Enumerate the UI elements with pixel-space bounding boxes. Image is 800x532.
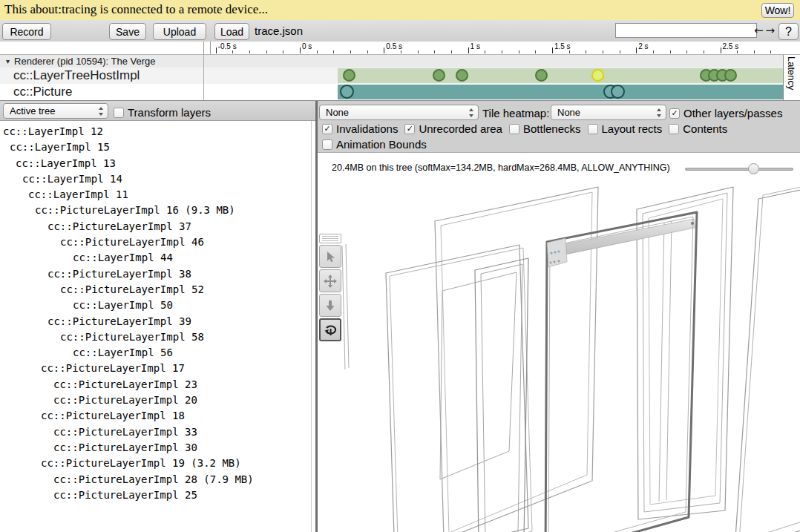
event-dot[interactable]	[535, 69, 548, 82]
layer-tree-item[interactable]: cc::PictureLayerImpl 16 (9.3 MB)	[0, 203, 311, 218]
tile-heatmap-select-value: None	[557, 107, 580, 118]
checkbox-label: Bottlenecks	[523, 122, 581, 135]
search-input[interactable]	[615, 23, 757, 38]
save-button[interactable]: Save	[109, 23, 146, 40]
tree-type-select-value: Active tree	[10, 105, 55, 116]
checkbox-other-layers-passes[interactable]: ✓Other layers/passes	[669, 107, 782, 119]
overlay-select[interactable]: None	[319, 105, 479, 120]
layer-tree-item[interactable]: cc::PictureLayerImpl 37	[0, 219, 311, 234]
layer-tree-item[interactable]: cc::PictureLayerImpl 17	[0, 361, 311, 376]
ruler-tick	[569, 50, 570, 53]
event-dot[interactable]	[456, 69, 468, 82]
ruler-tick	[586, 50, 586, 53]
memory-slider[interactable]	[685, 163, 793, 175]
zoom-tool-button[interactable]	[319, 294, 341, 317]
checkbox-box[interactable]: ✓	[322, 124, 332, 134]
layer-tree-item[interactable]: cc::PictureLayerImpl 20	[0, 393, 311, 408]
layer-tree-item[interactable]: cc::PictureLayerImpl 33	[0, 424, 311, 440]
memory-slider-track[interactable]	[685, 168, 793, 171]
ruler-tick	[502, 50, 502, 53]
wow-button[interactable]: Wow!	[761, 3, 794, 18]
tile-heatmap-select[interactable]: None	[551, 105, 666, 120]
checkbox-unrecorded-area[interactable]: ✓Unrecorded area	[404, 122, 502, 135]
layer-view-canvas[interactable]: 20.4MB on this tree (softMax=134.2MB, ha…	[318, 153, 800, 532]
checkbox-contents[interactable]: Contents	[669, 122, 727, 135]
move-arrows-icon	[323, 274, 338, 289]
checkbox-layout-rects[interactable]: Layout rects	[588, 122, 663, 135]
checkbox-box[interactable]: ✓	[404, 124, 415, 134]
ruler-tick-label: 1 s	[471, 42, 480, 50]
help-button[interactable]: ?	[778, 23, 799, 40]
record-button[interactable]: Record	[2, 23, 51, 40]
palette-grip-handle[interactable]	[319, 234, 341, 243]
layer-tree-item[interactable]: cc::PictureLayerImpl 28 (7.9 MB)	[0, 472, 311, 487]
trace-viewer-app: { "banner": { "message": "This about:tra…	[0, 0, 800, 532]
checkbox-transform-layers[interactable]: Transform layers	[114, 106, 211, 119]
ruler-tick	[333, 50, 334, 53]
layer-wireframe-3d	[318, 153, 800, 532]
layer-tree-item[interactable]: cc::PictureLayerImpl 39	[0, 314, 311, 329]
find-previous-icon[interactable]: ←	[754, 24, 764, 37]
layer-tree-item[interactable]: cc::PictureLayerImpl 18	[0, 408, 311, 424]
latency-track-header[interactable]: Latency	[783, 55, 800, 100]
checkbox-box[interactable]	[114, 108, 124, 118]
layer-tree-item[interactable]: cc::PictureLayerImpl 38	[0, 266, 311, 282]
layer-tree-item[interactable]: cc::PictureLayerImpl 30	[0, 440, 311, 456]
layer-tree-item[interactable]: cc::PictureLayerImpl 58	[0, 329, 311, 345]
ruler-tick-label: -0.5 s	[218, 42, 237, 50]
pan-tool-button[interactable]	[319, 269, 341, 292]
layer-tree-item[interactable]: cc::LayerImpl 11	[0, 187, 311, 203]
checkbox-bottlenecks[interactable]: Bottlenecks	[509, 122, 581, 135]
ruler-tick	[552, 47, 553, 53]
layer-tree-item[interactable]: cc::PictureLayerImpl 19 (3.2 MB)	[0, 456, 311, 471]
timeline-ruler[interactable]: -0.5 s0 s0.5 s1 s1.5 s2 s2.5 s	[0, 42, 800, 54]
ruler-tick	[249, 50, 250, 53]
picture-event-band[interactable]	[338, 85, 783, 99]
arrow-down-icon	[324, 299, 337, 312]
picture-event-circle[interactable]	[611, 85, 625, 99]
checkbox-box[interactable]	[669, 124, 679, 134]
ruler-tick	[283, 50, 283, 53]
checkbox-animation-bounds[interactable]: Animation Bounds	[322, 138, 427, 151]
event-dot[interactable]	[433, 69, 445, 82]
tree-type-select[interactable]: Active tree	[3, 103, 108, 119]
ruler-tick-label: 0 s	[302, 42, 312, 50]
collapse-triangle-icon[interactable]: ▾	[6, 57, 10, 65]
process-group-header[interactable]: ▾ Renderer (pid 10594): The Verge	[0, 54, 800, 68]
select-tool-button[interactable]	[319, 245, 341, 268]
checkbox-box[interactable]	[509, 124, 519, 134]
checkbox-invalidations[interactable]: ✓Invalidations	[322, 122, 398, 135]
ruler-tick	[434, 50, 435, 53]
find-next-icon[interactable]: →	[766, 24, 776, 37]
track-picture-row[interactable]: cc::Picture	[0, 84, 800, 100]
memory-slider-thumb[interactable]	[748, 163, 759, 174]
layer-tree-item[interactable]: cc::PictureLayerImpl 23	[0, 377, 311, 393]
tile-heatmap-label: Tile heatmap:	[482, 107, 549, 119]
layer-tree[interactable]: cc::LayerImpl 12cc::LayerImpl 15cc::Laye…	[0, 121, 311, 532]
track-layertreehost-row[interactable]: cc::LayerTreeHostImpl	[0, 68, 800, 84]
rotate-tool-button[interactable]	[319, 318, 341, 341]
layer-tree-item[interactable]: cc::PictureLayerImpl 46	[0, 234, 311, 250]
layer-tree-item[interactable]: cc::LayerImpl 15	[0, 139, 311, 155]
event-dot[interactable]	[343, 69, 355, 82]
checkbox-box[interactable]	[322, 139, 332, 150]
layer-tree-item[interactable]: cc::LayerImpl 14	[0, 171, 311, 187]
layer-tree-item[interactable]: cc::LayerImpl 56	[0, 345, 311, 361]
checkbox-box[interactable]	[588, 124, 598, 134]
ruler-tick	[451, 50, 452, 53]
layer-tree-item[interactable]: cc::LayerImpl 12	[0, 124, 311, 139]
layer-tree-item[interactable]: cc::PictureLayerImpl 25	[0, 487, 311, 503]
checkbox-label: Invalidations	[336, 122, 398, 135]
layer-tree-item[interactable]: cc::PictureLayerImpl 52	[0, 282, 311, 298]
load-button[interactable]: Load	[214, 23, 249, 40]
checkbox-box[interactable]: ✓	[669, 108, 680, 119]
layer-tree-item[interactable]: cc::LayerImpl 44	[0, 250, 311, 266]
ruler-tick	[704, 50, 704, 53]
picture-event-circle[interactable]	[340, 85, 354, 99]
ruler-tick	[350, 50, 351, 53]
highlighted-event-dot[interactable]	[591, 69, 604, 82]
upload-button[interactable]: Upload	[153, 23, 206, 40]
layer-tree-item[interactable]: cc::LayerImpl 13	[0, 156, 311, 171]
event-dot[interactable]	[724, 69, 737, 82]
layer-tree-item[interactable]: cc::LayerImpl 50	[0, 298, 311, 313]
